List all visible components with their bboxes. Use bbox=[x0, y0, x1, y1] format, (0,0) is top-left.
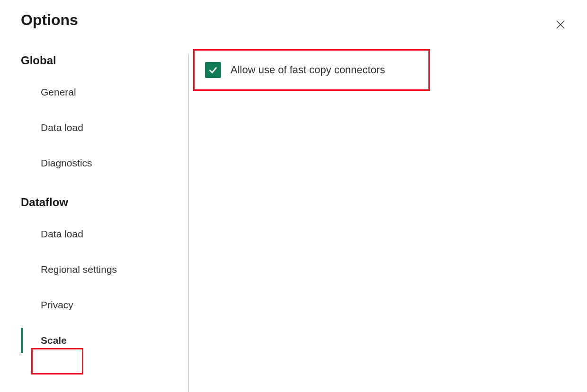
sidebar-divider bbox=[188, 54, 189, 392]
annotation-highlight-scale bbox=[31, 348, 83, 375]
close-icon bbox=[555, 19, 566, 30]
checkmark-icon bbox=[208, 65, 218, 75]
sidebar-item-diagnostics[interactable]: Diagnostics bbox=[21, 154, 182, 172]
sidebar-item-data-load-global[interactable]: Data load bbox=[21, 119, 182, 136]
options-content: Allow use of fast copy connectors bbox=[193, 49, 430, 91]
sidebar-item-scale[interactable]: Scale bbox=[21, 331, 182, 349]
checkbox-box bbox=[205, 62, 221, 78]
sidebar-item-general[interactable]: General bbox=[21, 83, 182, 101]
sidebar-section-global: Global bbox=[21, 54, 182, 67]
sidebar-item-data-load-dataflow[interactable]: Data load bbox=[21, 225, 182, 243]
options-sidebar: Global General Data load Diagnostics Dat… bbox=[21, 54, 182, 349]
sidebar-item-privacy[interactable]: Privacy bbox=[21, 296, 182, 314]
annotation-highlight-checkbox: Allow use of fast copy connectors bbox=[193, 49, 430, 91]
checkbox-label: Allow use of fast copy connectors bbox=[231, 64, 385, 76]
sidebar-section-dataflow: Dataflow bbox=[21, 196, 182, 209]
fast-copy-checkbox[interactable]: Allow use of fast copy connectors bbox=[205, 62, 385, 78]
dialog-title: Options bbox=[21, 11, 78, 29]
sidebar-item-regional-settings[interactable]: Regional settings bbox=[21, 261, 182, 278]
close-button[interactable] bbox=[554, 18, 567, 31]
